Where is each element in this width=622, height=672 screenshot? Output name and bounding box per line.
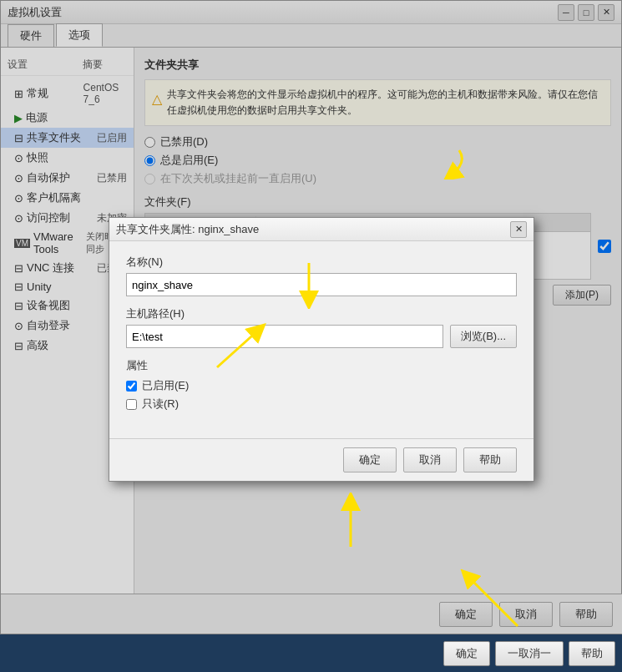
name-input[interactable] <box>126 273 517 296</box>
path-row: 浏览(B)... <box>126 325 517 348</box>
path-input[interactable] <box>126 325 443 348</box>
dialog-ok-btn[interactable]: 确定 <box>343 447 397 472</box>
enabled-label: 已启用(E) <box>142 378 189 393</box>
enabled-checkbox[interactable] <box>126 381 137 392</box>
readonly-checkbox[interactable] <box>126 399 137 410</box>
shared-folder-dialog: 共享文件夹属性: nginx_shave ✕ 名称(N) 主机路径(H) 浏览(… <box>109 217 534 482</box>
dialog-content: 名称(N) 主机路径(H) 浏览(B)... 属性 已启用(E) 只读(R) <box>109 241 534 438</box>
readonly-label: 只读(R) <box>142 397 179 412</box>
browse-btn[interactable]: 浏览(B)... <box>450 325 517 348</box>
attr-section: 属性 已启用(E) 只读(R) <box>126 358 517 412</box>
checkbox-readonly[interactable]: 只读(R) <box>126 397 517 412</box>
taskbar-ok-btn[interactable]: 确定 <box>443 641 490 666</box>
checkbox-enabled[interactable]: 已启用(E) <box>126 378 517 393</box>
attr-title: 属性 <box>126 358 517 373</box>
path-label: 主机路径(H) <box>126 306 517 321</box>
name-label: 名称(N) <box>126 255 517 270</box>
dialog-cancel-btn[interactable]: 取消 <box>403 447 457 472</box>
taskbar-help-btn[interactable]: 帮助 <box>569 641 615 666</box>
dialog-title: 共享文件夹属性: nginx_shave <box>116 222 259 237</box>
taskbar-cancel-btn[interactable]: 一取消一 <box>495 641 564 666</box>
dialog-close-btn[interactable]: ✕ <box>510 221 527 238</box>
dialog-title-bar: 共享文件夹属性: nginx_shave ✕ <box>109 218 534 241</box>
taskbar: 确定 一取消一 帮助 <box>0 634 622 672</box>
dialog-buttons: 确定 取消 帮助 <box>109 438 534 481</box>
dialog-help-btn[interactable]: 帮助 <box>463 447 517 472</box>
